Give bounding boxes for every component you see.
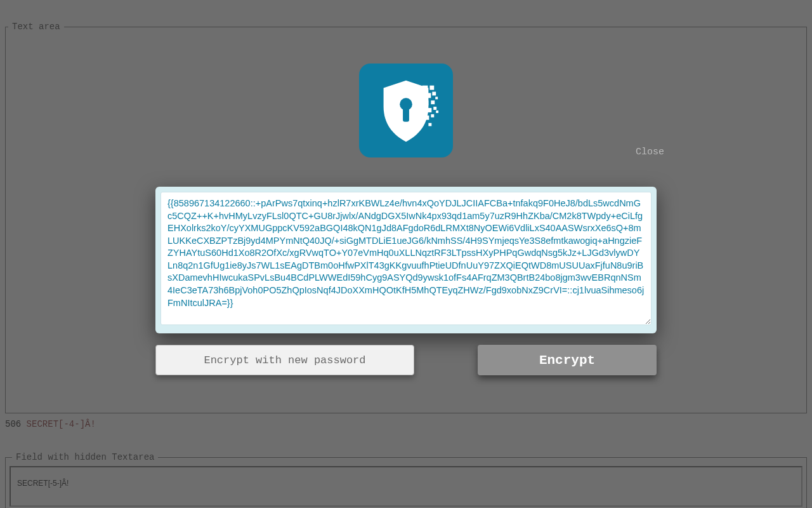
- password-input[interactable]: [155, 345, 414, 375]
- svg-rect-11: [431, 114, 434, 117]
- modal-overlay: Close: [0, 0, 812, 508]
- svg-rect-13: [435, 97, 438, 99]
- svg-rect-4: [426, 93, 431, 98]
- svg-rect-3: [429, 86, 434, 90]
- svg-rect-8: [427, 108, 431, 112]
- svg-rect-7: [431, 100, 435, 104]
- logo-container: [155, 64, 657, 157]
- svg-rect-9: [433, 107, 436, 110]
- svg-rect-14: [436, 110, 438, 113]
- svg-rect-12: [428, 123, 431, 126]
- svg-rect-6: [424, 100, 429, 105]
- dialog-button-row: Encrypt: [155, 345, 657, 375]
- cipher-textarea[interactable]: [160, 192, 652, 325]
- shield-lock-icon: [359, 64, 453, 157]
- svg-rect-1: [403, 108, 409, 122]
- encrypt-dialog: Close: [155, 64, 657, 375]
- encrypt-button[interactable]: Encrypt: [478, 345, 657, 375]
- cipher-container: [155, 187, 657, 333]
- svg-rect-2: [422, 86, 428, 91]
- svg-rect-10: [425, 116, 429, 120]
- svg-rect-5: [432, 92, 436, 96]
- close-button[interactable]: Close: [632, 146, 668, 158]
